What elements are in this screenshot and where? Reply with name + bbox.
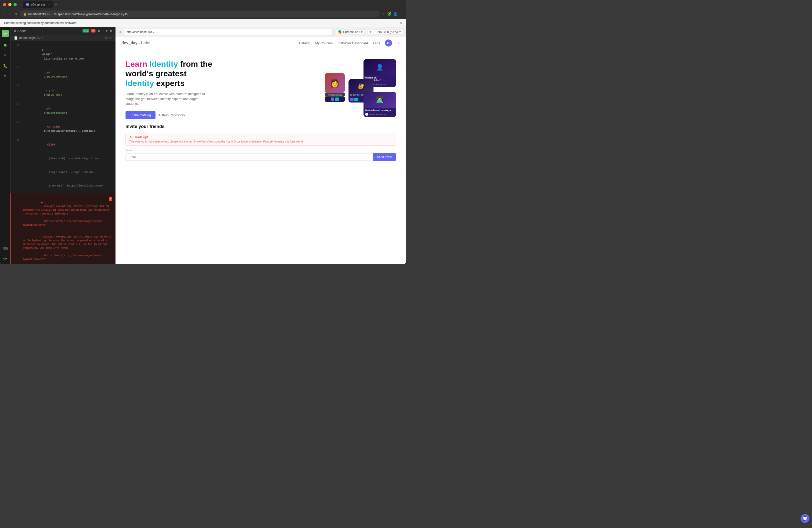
alert-header: ⚠ Heads up! (129, 135, 392, 139)
app-navbar: dev_day - Labs Catalog My Courses Instru… (116, 37, 406, 49)
channel-name-device: Identity in a Minute (369, 113, 386, 116)
invite-title: Invite your friends (126, 124, 396, 129)
browser-selector[interactable]: Chrome 129 ▾ (335, 29, 365, 35)
error-block-1[interactable]: 4 ▶ (uncaught exception) Error: Hydratio… (11, 193, 116, 231)
github-button[interactable]: Github Repository (159, 113, 185, 117)
main-content: cy ▣ ≡ 🐛 ⚙ ⌨ cy ≡ Specs ✓ 1 ✕ ↻ -- (0, 27, 406, 264)
maximize-button[interactable] (14, 3, 17, 6)
extension-icon[interactable]: 🧩 (387, 12, 391, 16)
viewport-url-text: http://localhost:3000/ (127, 30, 154, 34)
sidebar-item-specs[interactable]: ≡ (2, 53, 8, 58)
alert-header-text: Heads up! (133, 135, 148, 139)
profile-icon[interactable]: 👤 (393, 12, 397, 16)
viewport-nav-icon[interactable]: ⊕ (118, 30, 121, 34)
nav-link-instructor[interactable]: Instructor Dashboard (337, 41, 368, 45)
sidebar-item-debug[interactable]: 🐛 (2, 63, 8, 69)
lock-icon: 🔒 (23, 13, 27, 16)
viewport-size-selector[interactable]: ⊡ 1920x1080 (53%) ▾ (368, 29, 403, 35)
nav-links: Catalog My Courses Instructor Dashboard … (299, 40, 400, 46)
video-sublabel-device: i Identity in a Minute (363, 113, 396, 117)
active-tab[interactable]: cy a0-cypress ✕ (23, 1, 53, 8)
dropdown-btn[interactable]: ▾ (106, 29, 107, 33)
code-line-newurl: (new url) http://localhost:3000/ (11, 179, 116, 193)
resize-icon: ⊡ (370, 30, 373, 34)
panel-actions: ✓ 1 ✕ ↻ -- ▾ ↻ (83, 29, 112, 33)
nav-link-catalog[interactable]: Catalog (299, 41, 310, 45)
email-input[interactable] (126, 153, 373, 161)
specs-icon: ≡ (14, 29, 16, 33)
bookmark-icon[interactable]: ☆ (382, 12, 385, 16)
panel-title: ≡ Specs (14, 29, 27, 33)
tab-end: ⌄ (401, 3, 403, 6)
tab-bar: cy a0-cypress ✕ + (23, 1, 57, 8)
code-line-14: 14 -contains button[value=default], Cont… (11, 120, 116, 138)
sidebar-item-keyboard[interactable]: ⌨ (2, 246, 8, 251)
chrome-icon (338, 30, 342, 34)
file-icon: 📄 (14, 36, 18, 40)
back-button[interactable]: ‹ (3, 11, 6, 17)
video-thumb-device: 👩‍💻 (363, 92, 396, 108)
hero-title-identity2: Identity (126, 79, 156, 88)
browser-dropdown-icon: ▾ (361, 30, 362, 34)
sidebar-item-viewport[interactable]: ▣ (2, 42, 8, 47)
video-thumb-top: 👤 (363, 59, 396, 75)
warning-icon: ⚠ (129, 135, 132, 139)
spin-badge: ↻ (98, 29, 100, 33)
catalog-button[interactable]: To the Catalog (126, 111, 156, 119)
cypress-icon-sidebar: cy ▣ ≡ 🐛 ⚙ ⌨ cy (0, 27, 11, 264)
close-button[interactable] (3, 3, 6, 6)
error-block-2[interactable]: (uncaught exception) Error: There was an… (11, 231, 116, 264)
menu-icon[interactable]: ⋮ (400, 12, 403, 16)
pass-badge: ✓ 1 (83, 29, 89, 32)
browser-viewport: ⊕ http://localhost:3000/ Chrome 129 ▾ ⊡ … (116, 27, 406, 264)
settings-icon[interactable]: ✳ (397, 41, 400, 45)
app-logo: dev_day - Labs (121, 41, 150, 45)
file-time: 00:07 (105, 36, 112, 40)
refresh-btn[interactable]: ↻ (110, 29, 112, 33)
file-ext: cy.ts (37, 36, 43, 40)
new-tab-button[interactable]: + (55, 2, 57, 7)
send-invite-button[interactable]: Send Invite (373, 153, 396, 161)
hero-title-identity1: Identity (149, 59, 180, 69)
hero-title-learn: Learn (126, 59, 149, 69)
url-input[interactable]: 🔒 localhost:3000/__/#/specs/runner?file=… (20, 11, 380, 17)
person-avatar-synced: 👩 (325, 73, 345, 93)
code-line-pageload: (page load) --page loaded-- (11, 165, 116, 179)
url-text: localhost:3000/__/#/specs/runner?file=cy… (28, 12, 128, 16)
nav-link-labs[interactable]: Labs (373, 41, 380, 45)
viewport-size-text: 1920x1080 (53%) (374, 30, 398, 34)
sidebar-item-settings[interactable]: ⚙ (2, 73, 8, 79)
viewport-url-bar[interactable]: http://localhost:3000/ (124, 29, 333, 35)
reload-button[interactable]: ↻ (13, 11, 18, 17)
video-card-device-bound: 👩‍💻 Device-bound passkeys i Identity in … (363, 92, 396, 117)
browser-name: Chrome 129 (343, 30, 360, 34)
code-line-15: 15 -click (11, 138, 116, 152)
app-frame: dev_day - Labs Catalog My Courses Instru… (116, 37, 406, 264)
file-name: 📄 default-login cy.ts (14, 36, 43, 40)
code-line-10: 10 ▶ origin leichteckig.eu.auth0.com (11, 43, 116, 66)
automation-banner: Chrome is being controlled by automated … (0, 19, 406, 27)
address-bar: ‹ › ↻ 🔒 localhost:3000/__/#/specs/runner… (0, 9, 406, 19)
synced-passkey-label: synced passkey (325, 93, 345, 97)
invite-section: Invite your friends ⚠ Heads up! This met… (116, 124, 406, 168)
error-count-badge: 4 (109, 197, 112, 201)
code-line-11: 11 get input#username (11, 66, 116, 84)
tab-close-button[interactable]: ✕ (48, 3, 50, 6)
sidebar-item-cy-mark[interactable]: cy (2, 255, 8, 261)
minimize-button[interactable] (8, 3, 12, 6)
code-line-13: 13 get input#password (11, 102, 116, 120)
tab-favicon: cy (26, 3, 29, 6)
hero-video-cards: 👩 synced passkey 👤 What is anAccess Toke… (326, 59, 396, 119)
forward-button[interactable]: › (8, 11, 12, 17)
code-line-formsub: (form sub) --submitting form-- (11, 152, 116, 165)
nav-link-mycourses[interactable]: My Courses (315, 41, 333, 45)
avatar[interactable]: TC (385, 40, 392, 46)
automation-text: Chrome is being controlled by automated … (4, 21, 77, 25)
video-thumb-another: 🔐 (348, 79, 374, 93)
banner-close-button[interactable]: × (400, 21, 402, 25)
invite-form-wrap: Email Send Invite (126, 149, 396, 161)
cypress-code-panel: 10 ▶ origin leichteckig.eu.auth0.com 11 … (11, 41, 116, 264)
email-label: Email (126, 149, 396, 152)
tab-dropdown-icon[interactable]: ⌄ (401, 3, 403, 6)
title-bar: cy a0-cypress ✕ + ⌄ (0, 0, 406, 9)
